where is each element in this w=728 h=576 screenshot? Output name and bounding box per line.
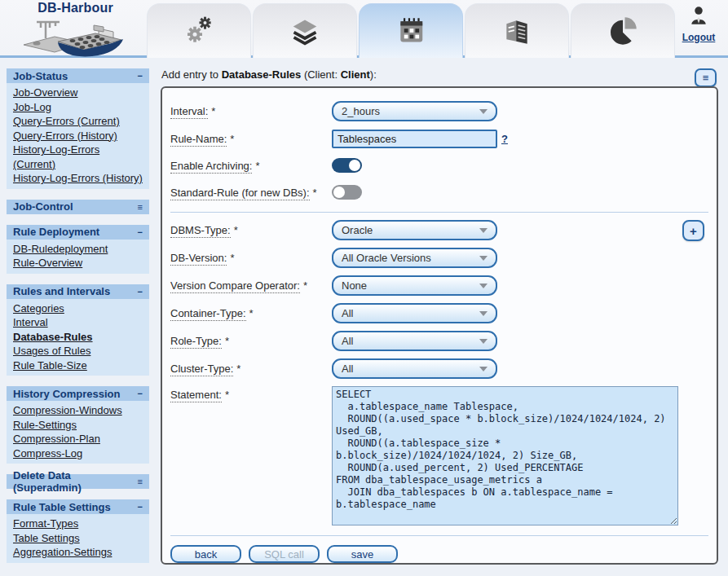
context-menu-button[interactable]: ≡ bbox=[695, 68, 717, 87]
harbour-ship-icon bbox=[19, 15, 133, 58]
section-header-rules-and-intervals[interactable]: Rules and Intervals − bbox=[7, 284, 149, 299]
add-entry-form: Interval:* 2_hours Rule-Name:* ? Enable … bbox=[161, 86, 718, 565]
sidebar-item-format-types[interactable]: Format-Types bbox=[7, 517, 149, 531]
section-body: Compression-Windows Rule-Settings Compre… bbox=[7, 401, 149, 464]
section-header-rule-table-settings[interactable]: Rule Table Settings − bbox=[7, 499, 149, 514]
sidebar-item-table-settings[interactable]: Table Settings bbox=[7, 531, 149, 546]
standard-rule-toggle[interactable] bbox=[332, 185, 362, 200]
sidebar-item-categories[interactable]: Categories bbox=[7, 301, 149, 316]
sidebar-item-db-ruledeployment[interactable]: DB-Ruledeployment bbox=[7, 242, 149, 257]
rule-name-input[interactable] bbox=[332, 130, 497, 148]
sidebar-item-aggregation-settings[interactable]: Aggregation-Settings bbox=[7, 545, 149, 560]
collapse-icon[interactable]: − bbox=[138, 502, 143, 512]
sidebar-item-compression-plan[interactable]: Compression-Plan bbox=[7, 432, 149, 446]
rule-name-help-link[interactable]: ? bbox=[501, 133, 508, 145]
sidebar-item-rule-table-size[interactable]: Rule Table-Size bbox=[7, 358, 149, 373]
interval-select[interactable]: 2_hours bbox=[332, 101, 497, 121]
dbms-type-selected-value: Oracle bbox=[342, 224, 373, 236]
rule-name-label: Rule-Name:* bbox=[170, 133, 332, 145]
sidebar-item-history-log-errors-current[interactable]: History-Log-Errors (Current) bbox=[7, 143, 149, 171]
expand-icon[interactable]: ≡ bbox=[138, 477, 143, 486]
container-type-selected-value: All bbox=[342, 307, 353, 319]
rule-name-row: Rule-Name:* ? bbox=[170, 129, 708, 148]
sidebar-item-query-errors-history[interactable]: Query-Errors (History) bbox=[7, 129, 149, 143]
cluster-type-selected-value: All bbox=[342, 363, 353, 375]
heading-table-name: Database-Rules bbox=[222, 68, 302, 81]
sql-call-button[interactable]: SQL call bbox=[249, 545, 320, 563]
main-tabs bbox=[147, 3, 675, 58]
save-button[interactable]: save bbox=[327, 545, 398, 563]
sidebar-item-rule-overview[interactable]: Rule-Overview bbox=[7, 256, 149, 270]
sidebar-item-compression-windows[interactable]: Compression-Windows bbox=[7, 403, 149, 418]
section-header-job-status[interactable]: Job-Status − bbox=[7, 68, 149, 83]
tab-statistics[interactable] bbox=[571, 3, 675, 58]
tab-administration[interactable] bbox=[147, 3, 251, 58]
section-title: History Compression bbox=[13, 388, 120, 400]
sidebar-item-rule-settings[interactable]: Rule-Settings bbox=[7, 418, 149, 433]
brand-logo: DB-Harbour bbox=[8, 1, 143, 61]
heading-prefix: Add entry to bbox=[161, 68, 222, 81]
tab-layers[interactable] bbox=[253, 3, 357, 58]
db-version-label: DB-Version:* bbox=[170, 252, 332, 264]
add-condition-button[interactable]: + bbox=[682, 220, 704, 241]
page-title: Add entry to Database-Rules (Client: Cli… bbox=[161, 68, 377, 81]
form-actions: back SQL call save bbox=[170, 545, 708, 563]
chevron-down-icon bbox=[479, 228, 488, 233]
section-body: Job-Overview Job-Log Query-Errors (Curre… bbox=[7, 83, 149, 189]
container-type-row: Container-Type:* All bbox=[170, 303, 708, 323]
interval-row: Interval:* 2_hours bbox=[170, 101, 708, 121]
cluster-type-select[interactable]: All bbox=[332, 358, 497, 379]
dbms-type-select[interactable]: Oracle bbox=[332, 220, 497, 240]
sidebar-section-history-compression: History Compression − Compression-Window… bbox=[7, 386, 149, 464]
statement-row: Statement:* SELECT a.tablespace_name Tab… bbox=[170, 386, 708, 525]
section-body: Format-Types Table Settings Aggregation-… bbox=[7, 514, 149, 563]
role-type-select[interactable]: All bbox=[332, 331, 497, 351]
collapse-icon[interactable]: − bbox=[138, 71, 143, 81]
sidebar-item-compress-log[interactable]: Compress-Log bbox=[7, 446, 149, 461]
dbms-type-row: DBMS-Type:* Oracle + bbox=[170, 220, 708, 240]
sidebar-item-usages-of-rules[interactable]: Usages of Rules bbox=[7, 344, 149, 358]
sidebar-item-job-log[interactable]: Job-Log bbox=[7, 100, 149, 115]
sidebar-item-job-overview[interactable]: Job-Overview bbox=[7, 86, 149, 100]
sidebar-item-query-errors-current[interactable]: Query-Errors (Current) bbox=[7, 114, 149, 129]
logout-link[interactable]: Logout bbox=[682, 32, 716, 43]
section-title: Job-Status bbox=[13, 70, 68, 82]
section-header-rule-deployment[interactable]: Rule Deployment − bbox=[7, 225, 149, 240]
sidebar-item-database-rules-active[interactable]: Database-Rules bbox=[7, 330, 149, 345]
collapse-icon[interactable]: − bbox=[138, 287, 143, 297]
section-body: Categories Interval Database-Rules Usage… bbox=[7, 299, 149, 376]
logout-area: Logout bbox=[676, 5, 721, 44]
container-type-select[interactable]: All bbox=[332, 303, 497, 323]
db-version-select[interactable]: All Oracle Versions bbox=[332, 248, 497, 268]
sidebar-section-rule-deployment: Rule Deployment − DB-Ruledeployment Rule… bbox=[7, 225, 149, 274]
section-header-delete-data[interactable]: Delete Data (Superadmin) ≡ bbox=[7, 474, 149, 489]
statement-textarea[interactable]: SELECT a.tablespace_name Tablespace, ROU… bbox=[332, 386, 678, 525]
heading-client-name: Client bbox=[341, 68, 370, 81]
calendar-icon bbox=[395, 15, 426, 46]
enable-archiving-toggle[interactable] bbox=[332, 158, 362, 173]
version-compare-operator-select[interactable]: None bbox=[332, 275, 497, 296]
sidebar-item-history-log-errors-history[interactable]: History-Log-Errors (History) bbox=[7, 171, 149, 186]
heading-suffix: ): bbox=[370, 68, 377, 81]
heading-mid: (Client: bbox=[301, 68, 340, 81]
interval-selected-value: 2_hours bbox=[342, 105, 380, 117]
collapse-icon[interactable]: − bbox=[138, 389, 143, 398]
chevron-down-icon bbox=[479, 284, 488, 288]
sidebar-section-rules-and-intervals: Rules and Intervals − Categories Interva… bbox=[7, 284, 149, 376]
section-header-job-control[interactable]: Job-Control ≡ bbox=[7, 200, 149, 214]
sidebar-section-job-control: Job-Control ≡ bbox=[7, 200, 149, 214]
container-type-label: Container-Type:* bbox=[170, 307, 332, 319]
sidebar-item-interval[interactable]: Interval bbox=[7, 315, 149, 330]
tab-reports[interactable] bbox=[465, 3, 569, 58]
tab-schedule-active[interactable] bbox=[359, 3, 463, 58]
section-header-history-compression[interactable]: History Compression − bbox=[7, 386, 149, 401]
app-header: DB-Harbour bbox=[0, 0, 728, 58]
collapse-icon[interactable]: − bbox=[138, 227, 143, 237]
role-type-row: Role-Type:* All bbox=[170, 331, 708, 351]
form-divider bbox=[170, 535, 708, 536]
user-icon bbox=[688, 5, 709, 26]
statement-label: Statement:* bbox=[170, 389, 332, 401]
back-button[interactable]: back bbox=[170, 545, 241, 563]
section-title: Rule Deployment bbox=[13, 226, 99, 238]
expand-icon[interactable]: ≡ bbox=[138, 202, 143, 212]
